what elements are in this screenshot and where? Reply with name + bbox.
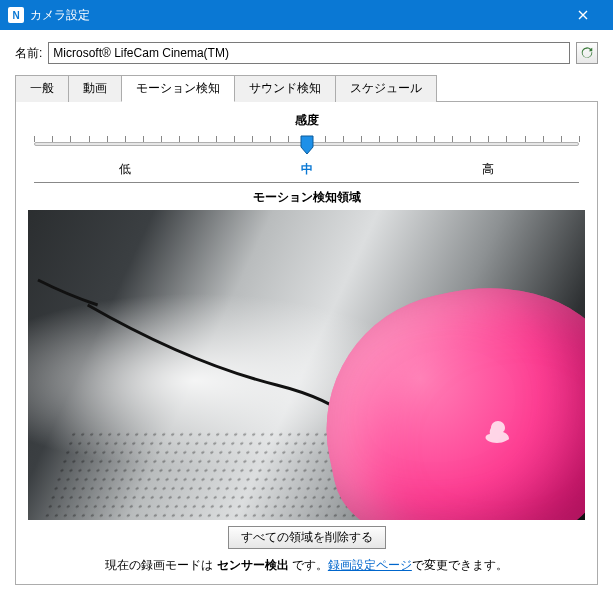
note-between: です。	[289, 558, 328, 572]
title-bar: N カメラ設定	[0, 0, 613, 30]
slider-label-high: 高	[397, 161, 579, 178]
window-title: カメラ設定	[30, 7, 560, 24]
refresh-button[interactable]	[576, 42, 598, 64]
recording-mode-note: 現在の録画モードは センサー検出 です。録画設定ページで変更できます。	[28, 557, 585, 574]
slider-label-mid: 中	[216, 161, 398, 178]
duck-icon	[479, 414, 515, 450]
sensitivity-title: 感度	[28, 112, 585, 129]
refresh-icon	[580, 46, 594, 60]
tab-motion[interactable]: モーション検知	[121, 75, 235, 102]
region-title: モーション検知領域	[28, 189, 585, 206]
clear-regions-button[interactable]: すべての領域を削除する	[228, 526, 386, 549]
note-prefix: 現在の録画モードは	[105, 558, 216, 572]
app-icon: N	[8, 7, 24, 23]
tab-strip: 一般 動画 モーション検知 サウンド検知 スケジュール	[15, 74, 598, 101]
tab-schedule[interactable]: スケジュール	[335, 75, 437, 102]
close-button[interactable]	[560, 0, 605, 30]
tab-sound[interactable]: サウンド検知	[234, 75, 336, 102]
sensitivity-slider[interactable]	[34, 133, 579, 159]
note-suffix: で変更できます。	[412, 558, 508, 572]
slider-labels: 低 中 高	[34, 161, 579, 183]
camera-preview[interactable]	[28, 210, 585, 520]
camera-name-input[interactable]	[48, 42, 570, 64]
recording-settings-link[interactable]: 録画設定ページ	[328, 558, 412, 572]
name-row: 名前:	[15, 42, 598, 64]
note-mode: センサー検出	[217, 558, 289, 572]
close-icon	[578, 10, 588, 20]
slider-thumb[interactable]	[300, 135, 314, 155]
slider-label-low: 低	[34, 161, 216, 178]
tab-panel-motion: 感度 低 中 高 モーション検知領域	[15, 101, 598, 585]
tab-video[interactable]: 動画	[68, 75, 122, 102]
name-label: 名前:	[15, 45, 42, 62]
tab-general[interactable]: 一般	[15, 75, 69, 102]
client-area: 名前: 一般 動画 モーション検知 サウンド検知 スケジュール 感度 低 中 高…	[0, 30, 613, 595]
